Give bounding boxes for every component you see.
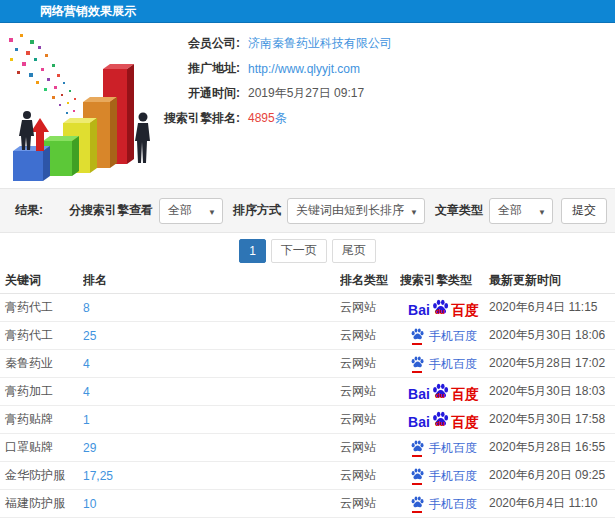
rank-link[interactable]: 4: [83, 357, 340, 371]
chevron-down-icon: ▼: [410, 208, 418, 217]
ranking-count-label: 搜索引擎排名:: [150, 110, 240, 127]
update-time-cell: 2020年5月30日 18:06: [487, 327, 615, 344]
sort-label: 排序方式: [233, 202, 281, 219]
update-time-cell: 2020年6月4日 11:15: [487, 299, 615, 316]
baidu-mobile-logo: 手机百度: [410, 355, 477, 373]
result-label: 结果:: [15, 202, 43, 219]
update-time-cell: 2020年5月28日 16:55: [487, 439, 615, 456]
promo-url-row: 推广地址: http://www.qlyyjt.com: [150, 56, 392, 81]
baidu-bai-text: Bai: [408, 415, 430, 429]
confetti-dots: [9, 34, 76, 114]
table-row: 膏药代工 8 云网站 Bai du百度 2020年6月4日 11:15: [0, 294, 615, 322]
rank-link[interactable]: 10: [83, 497, 340, 511]
article-type-value: 全部: [498, 202, 522, 219]
rank-link[interactable]: 4: [83, 385, 340, 399]
rank-type-cell: 云网站: [340, 383, 400, 400]
engine-filter-select[interactable]: 全部 ▼: [159, 198, 223, 224]
table-row: 秦鲁药业 4 云网站 手机百度 2020年5月28日 17:02: [0, 350, 615, 378]
member-company-label: 会员公司:: [150, 35, 240, 52]
keyword-cell: 膏药加工: [0, 383, 83, 400]
sort-select[interactable]: 关键词由短到长排序 ▼: [287, 198, 425, 224]
table-row: 膏药代工 25 云网站 手机百度 2020年5月30日 18:06: [0, 322, 615, 350]
rank-link[interactable]: 29: [83, 441, 340, 455]
header-engine-type: 搜索引擎类型: [400, 272, 487, 289]
baidu-mobile-underline: [412, 511, 422, 513]
engine-cell: 手机百度: [400, 355, 487, 373]
baidu-paw-icon: [410, 355, 425, 370]
update-time-cell: 2020年5月28日 17:02: [487, 355, 615, 372]
account-info-section: 会员公司: 济南秦鲁药业科技有限公司 推广地址: http://www.qlyy…: [0, 23, 615, 188]
update-time-cell: 2020年5月30日 18:03: [487, 383, 615, 400]
member-company-link[interactable]: 济南秦鲁药业科技有限公司: [248, 35, 392, 52]
last-page-button[interactable]: 尾页: [332, 239, 376, 263]
baidu-mobile-logo: 手机百度: [410, 327, 477, 345]
rank-link[interactable]: 17,25: [83, 469, 340, 483]
rank-link[interactable]: 1: [83, 413, 340, 427]
ranking-count-unit-link[interactable]: 条: [275, 111, 287, 125]
engine-cell: Bai du百度: [400, 382, 487, 401]
keyword-cell: 膏药代工: [0, 327, 83, 344]
rank-type-cell: 云网站: [340, 467, 400, 484]
next-page-button[interactable]: 下一页: [271, 239, 327, 263]
baidu-mobile-underline: [412, 483, 422, 485]
baidu-paw-icon: [410, 439, 425, 454]
baidu-mobile-logo: 手机百度: [410, 439, 477, 457]
baidu-name-text: 百度: [451, 303, 479, 317]
baidu-paw-icon: [410, 495, 425, 510]
baidu-bai-text: Bai: [408, 303, 430, 317]
baidu-mobile-underline: [412, 455, 422, 457]
open-time-row: 开通时间: 2019年5月27日 09:17: [150, 81, 392, 106]
rank-type-cell: 云网站: [340, 495, 400, 512]
keyword-ranking-table: 关键词 排名 排名类型 搜索引擎类型 最新更新时间 膏药代工 8 云网站 Bai…: [0, 268, 615, 520]
rank-type-cell: 云网站: [340, 327, 400, 344]
account-fields: 会员公司: 济南秦鲁药业科技有限公司 推广地址: http://www.qlyy…: [150, 31, 392, 131]
baidu-pc-logo: Bai du百度: [408, 410, 479, 429]
engine-cell: 手机百度: [400, 327, 487, 345]
baidu-mobile-logo: 手机百度: [410, 495, 477, 513]
baidu-pc-logo: Bai du百度: [408, 298, 479, 317]
engine-filter-value: 全部: [168, 202, 192, 219]
businessman-left: [19, 111, 34, 150]
baidu-mobile-label: 手机百度: [429, 442, 477, 454]
baidu-mobile-label: 手机百度: [429, 498, 477, 510]
baidu-mobile-underline: [412, 343, 422, 345]
baidu-mobile-label: 手机百度: [429, 330, 477, 342]
keyword-cell: 口罩贴牌: [0, 439, 83, 456]
submit-button[interactable]: 提交: [561, 198, 607, 224]
header-keyword: 关键词: [0, 272, 83, 289]
promo-url-link[interactable]: http://www.qlyyjt.com: [248, 62, 360, 76]
header-rank-type: 排名类型: [340, 272, 400, 289]
ranking-count-value: 4895: [248, 111, 275, 125]
keyword-cell: 膏药贴牌: [0, 411, 83, 428]
baidu-name-text: 百度: [451, 415, 479, 429]
rank-link[interactable]: 8: [83, 301, 340, 315]
update-time-cell: 2020年5月30日 17:58: [487, 411, 615, 428]
rank-type-cell: 云网站: [340, 439, 400, 456]
promo-url-label: 推广地址:: [150, 60, 240, 77]
header-rank: 排名: [83, 272, 340, 289]
engine-cell: Bai du百度: [400, 410, 487, 429]
baidu-du-text: du: [435, 308, 445, 316]
baidu-pc-logo: Bai du百度: [408, 382, 479, 401]
article-type-label: 文章类型: [435, 202, 483, 219]
bar-chart-growth-illustration: [0, 26, 172, 184]
chevron-down-icon: ▼: [538, 208, 546, 217]
rank-type-cell: 云网站: [340, 411, 400, 428]
engine-cell: 手机百度: [400, 467, 487, 485]
table-row: 福建防护服 10 云网站 手机百度 2020年6月4日 11:10: [0, 490, 615, 518]
page-1-button[interactable]: 1: [239, 239, 266, 263]
keyword-cell: 秦鲁药业: [0, 355, 83, 372]
rank-type-cell: 云网站: [340, 355, 400, 372]
baidu-mobile-label: 手机百度: [429, 358, 477, 370]
rank-link[interactable]: 25: [83, 329, 340, 343]
engine-filter-label: 分搜索引擎查看: [69, 202, 153, 219]
baidu-du-text: du: [435, 392, 445, 400]
header-update-time: 最新更新时间: [487, 272, 615, 289]
keyword-cell: 金华防护服: [0, 467, 83, 484]
baidu-mobile-underline: [412, 371, 422, 373]
rank-type-cell: 云网站: [340, 299, 400, 316]
table-row: 膏药加工 4 云网站 Bai du百度 2020年5月30日 18:03: [0, 378, 615, 406]
businessman-right: [135, 113, 150, 164]
article-type-select[interactable]: 全部 ▼: [489, 198, 553, 224]
filter-bar: 结果: 分搜索引擎查看 全部 ▼ 排序方式 关键词由短到长排序 ▼ 文章类型 全…: [0, 188, 615, 233]
